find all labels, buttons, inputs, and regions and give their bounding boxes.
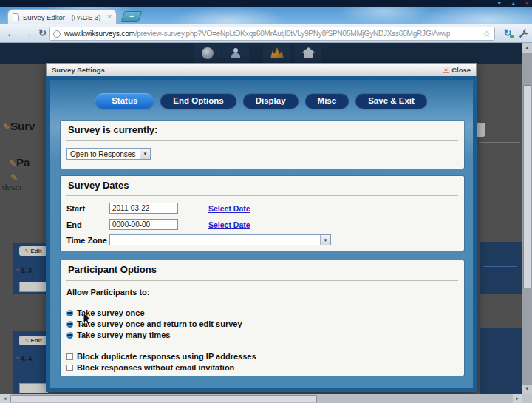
checkbox-icon[interactable] <box>66 353 73 360</box>
edit-button[interactable]: ✎ Edit <box>19 246 47 256</box>
divider <box>1 140 47 140</box>
page-heading-cut: ✎Pa <box>9 156 30 169</box>
end-date-label: End <box>66 220 82 229</box>
vm-minimize-icon[interactable]: ▼ <box>497 0 502 7</box>
description-text-cut: descr <box>2 183 22 192</box>
divider <box>66 280 458 281</box>
close-icon: × <box>443 67 449 73</box>
scrollbar-corner <box>522 394 532 403</box>
timezone-label: Time Zone <box>66 236 107 245</box>
timezone-dropdown[interactable]: ▼ <box>109 234 331 245</box>
radio-icon[interactable] <box>66 310 73 316</box>
tab-title: Survey Editor - (PAGE 3) <box>23 13 103 21</box>
back-icon[interactable]: ← <box>6 24 16 42</box>
start-date-input[interactable] <box>109 203 178 214</box>
input-remnant <box>477 123 485 137</box>
radio-take-once[interactable]: Take survey once <box>66 308 145 317</box>
question-label: * 3. 3. <box>16 267 34 274</box>
vertical-scrollbar[interactable]: ▲ ▼ <box>522 43 532 394</box>
sync-extension-icon[interactable]: ↻ <box>502 27 514 39</box>
page-header <box>0 43 522 64</box>
horizontal-scrollbar-thumb[interactable] <box>10 395 317 402</box>
divider <box>66 140 458 141</box>
mouse-cursor <box>83 312 92 329</box>
dialog-close-button[interactable]: × Close <box>443 66 471 74</box>
settings-tabs: Status End Options Display Misc Save & E… <box>50 93 473 109</box>
home-icon <box>302 47 315 58</box>
address-bar[interactable]: www.kwiksurveys.com/preview-survey.php?V… <box>49 27 495 41</box>
header-tile[interactable] <box>295 44 321 64</box>
answer-field[interactable] <box>19 383 48 393</box>
survey-heading-cut: ✎Surv <box>3 120 35 132</box>
question-label: * 4. 4. <box>16 355 34 362</box>
page-security-icon[interactable] <box>53 30 61 38</box>
survey-settings-dialog: Survey Settings × Close Status End Optio… <box>46 63 477 392</box>
forward-icon[interactable]: → <box>22 24 33 42</box>
dates-panel: Survey Dates Start Select Date End Selec… <box>61 176 464 251</box>
vertical-scrollbar-thumb[interactable] <box>523 85 531 288</box>
pencil-icon: ✎ <box>3 122 10 132</box>
browser-tab-strip: Survey Editor - (PAGE 3) × + <box>0 7 532 24</box>
end-select-date-link[interactable]: Select Date <box>208 220 250 229</box>
question-panel-3: ✎ Edit * 3. 3. <box>13 243 48 294</box>
start-date-label: Start <box>66 204 85 213</box>
allow-participants-label: Allow Participants to: <box>66 288 149 297</box>
end-date-input[interactable] <box>109 219 178 230</box>
divider <box>479 142 520 143</box>
tab-display[interactable]: Display <box>243 93 299 109</box>
scroll-down-icon[interactable]: ▼ <box>522 385 532 394</box>
question-panel-4: ✎ Edit * 4. 4. <box>13 331 48 394</box>
new-tab-button[interactable]: + <box>121 11 143 22</box>
page-favicon-icon <box>13 13 19 21</box>
header-tile[interactable] <box>263 44 290 64</box>
participant-panel: Participant Options Allow Participants t… <box>61 260 464 376</box>
vm-toolbar: ▼ ▲ ✕ <box>0 0 532 7</box>
scroll-up-icon[interactable]: ▲ <box>522 43 532 53</box>
dialog-titlebar[interactable]: Survey Settings × Close <box>46 63 477 76</box>
screen: ▼ ▲ ✕ Survey Editor - (PAGE 3) × + ← → ↻… <box>0 0 532 403</box>
right-panel <box>480 242 522 294</box>
url-host: www.kwiksurveys.com <box>64 30 135 38</box>
scroll-left-icon[interactable]: ◄ <box>0 394 10 403</box>
status-panel: Survey is currently: Open to Responses ▼ <box>61 121 464 169</box>
scroll-right-icon[interactable]: ► <box>513 394 522 403</box>
reload-icon[interactable]: ↻ <box>38 24 47 42</box>
checkbox-icon[interactable] <box>66 365 73 371</box>
wrench-menu-icon[interactable] <box>519 27 530 38</box>
radio-icon[interactable] <box>66 321 73 328</box>
checkbox-block-no-invite[interactable]: Block responses without email invitation <box>66 363 234 372</box>
radio-icon[interactable] <box>66 332 73 339</box>
vm-maximize-icon[interactable]: ▲ <box>511 0 516 7</box>
right-panel <box>480 328 522 394</box>
pencil-icon: ✎ <box>24 248 29 254</box>
tab-end-options[interactable]: End Options <box>160 93 236 109</box>
edit-button[interactable]: ✎ Edit <box>19 336 47 345</box>
survey-status-dropdown[interactable]: Open to Responses ▼ <box>66 148 151 160</box>
checkbox-block-ip[interactable]: Block duplicate responses using IP addre… <box>66 352 256 361</box>
vm-close-icon[interactable]: ✕ <box>525 0 529 7</box>
status-heading: Survey is currently: <box>68 124 157 135</box>
radio-take-once-return[interactable]: Take survey once and return to edit surv… <box>66 319 242 328</box>
header-tile[interactable] <box>222 44 249 64</box>
participant-heading: Participant Options <box>68 264 157 275</box>
tab-status[interactable]: Status <box>95 93 154 109</box>
radio-take-many[interactable]: Take survey many times <box>66 331 170 339</box>
divider <box>66 195 458 196</box>
header-tile[interactable] <box>194 44 221 64</box>
browser-tab[interactable]: Survey Editor - (PAGE 3) × <box>7 9 117 24</box>
bookmark-star-icon[interactable]: ☆ <box>482 30 491 38</box>
tab-misc[interactable]: Misc <box>305 93 349 109</box>
start-select-date-link[interactable]: Select Date <box>208 204 250 213</box>
answer-field[interactable] <box>19 282 48 292</box>
pencil-icon: ✎ <box>9 158 16 169</box>
globe-icon <box>202 47 214 59</box>
chevron-down-icon: ▼ <box>140 149 150 159</box>
pencil-icon: ✎ <box>24 338 29 343</box>
url-path: /preview-survey.php?VO=eNpLtDKxqs60MrAut… <box>135 30 451 38</box>
hands-icon <box>270 47 284 58</box>
tab-save-exit[interactable]: Save & Exit <box>355 93 427 109</box>
pencil-icon: ✎ <box>10 172 18 183</box>
tab-close-icon[interactable]: × <box>107 13 112 21</box>
chevron-down-icon: ▼ <box>320 235 330 245</box>
horizontal-scrollbar[interactable]: ◄ ► <box>0 394 532 403</box>
